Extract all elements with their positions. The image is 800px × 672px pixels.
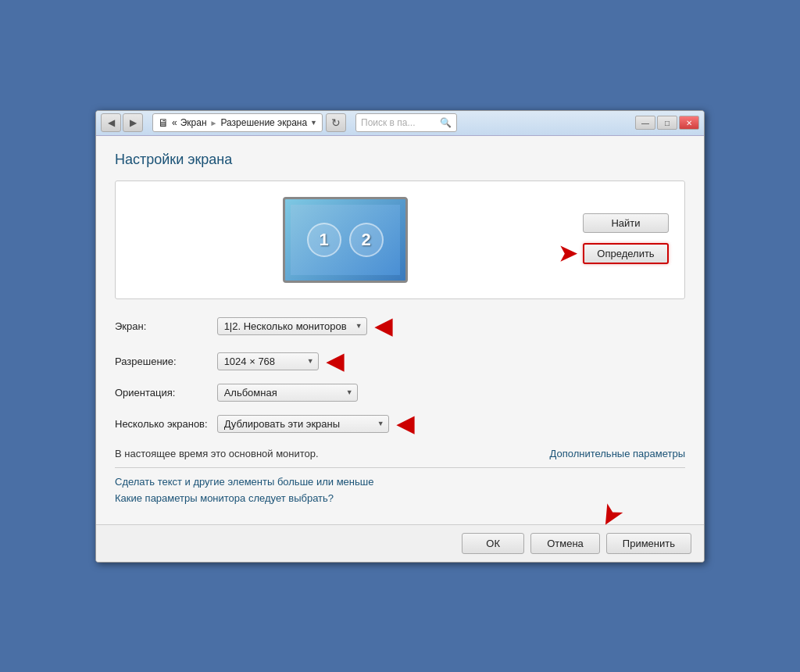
apply-button[interactable]: Применить bbox=[606, 533, 691, 554]
orientation-select-wrapper: Альбомная bbox=[217, 384, 358, 402]
monitor-number-2: 2 bbox=[349, 223, 384, 257]
maximize-button[interactable]: □ bbox=[657, 116, 677, 130]
search-icon: 🔍 bbox=[440, 117, 452, 128]
identify-button[interactable]: Определить bbox=[583, 243, 669, 264]
find-button[interactable]: Найти bbox=[583, 213, 669, 233]
breadcrumb-part1: « bbox=[172, 117, 177, 128]
address-box[interactable]: 🖥 « Экран ► Разрешение экрана ▼ bbox=[152, 113, 323, 132]
resolution-arrow: ◀ bbox=[327, 349, 344, 374]
orientation-select[interactable]: Альбомная bbox=[217, 384, 358, 402]
address-icon: 🖥 bbox=[158, 116, 169, 129]
monitor-params-link[interactable]: Какие параметры монитора следует выбрать… bbox=[115, 492, 685, 504]
cancel-button[interactable]: Отмена bbox=[530, 533, 600, 554]
screen-arrow: ◀ bbox=[375, 313, 392, 339]
multiscreen-arrow: ◀ bbox=[397, 411, 414, 437]
page-title: Настройки экрана bbox=[115, 152, 685, 168]
settings-grid: Экран: 1|2. Несколько мониторов ◀ Разреш… bbox=[115, 313, 685, 437]
monitor-screen: 1 2 bbox=[291, 205, 400, 275]
breadcrumb-arrow: ► bbox=[210, 119, 218, 127]
screen-label: Экран: bbox=[115, 320, 217, 332]
content-area: Настройки экрана 1 2 Найти bbox=[96, 136, 704, 524]
footer: ➤ ОК Отмена Применить bbox=[96, 524, 704, 562]
breadcrumb-part3: Разрешение экрана bbox=[220, 117, 307, 128]
search-box[interactable]: Поиск в па... 🔍 bbox=[355, 113, 457, 132]
multiscreen-row: Дублировать эти экраны ◀ bbox=[217, 411, 685, 437]
screen-select-wrapper: 1|2. Несколько мониторов bbox=[217, 317, 367, 335]
main-monitor-text: В настоящее время это основной монитор. bbox=[115, 448, 319, 459]
breadcrumb-part2: Экран bbox=[180, 117, 207, 128]
titlebar-controls: — □ ✕ bbox=[635, 116, 699, 130]
links-section: Сделать текст и другие элементы больше и… bbox=[115, 476, 685, 504]
monitor-image: 1 2 bbox=[283, 197, 408, 283]
screen-select[interactable]: 1|2. Несколько мониторов bbox=[217, 317, 367, 335]
monitor-number-1: 1 bbox=[307, 223, 341, 257]
search-placeholder: Поиск в па... bbox=[361, 117, 415, 128]
monitor-numbers: 1 2 bbox=[307, 223, 384, 257]
text-size-link[interactable]: Сделать текст и другие элементы больше и… bbox=[115, 476, 685, 488]
forward-button[interactable]: ▶ bbox=[123, 113, 143, 132]
resolution-select-wrapper: 1024 × 768 bbox=[217, 352, 319, 370]
resolution-label: Разрешение: bbox=[115, 356, 217, 367]
titlebar: ◀ ▶ 🖥 « Экран ► Разрешение экрана ▼ ↻ По… bbox=[96, 111, 704, 136]
minimize-button[interactable]: — bbox=[635, 116, 655, 130]
screen-row: 1|2. Несколько мониторов ◀ bbox=[217, 313, 685, 339]
advanced-link[interactable]: Дополнительные параметры bbox=[549, 448, 685, 459]
monitor-panel: 1 2 Найти ➤ Определить bbox=[115, 181, 685, 299]
resolution-row: 1024 × 768 ◀ bbox=[217, 349, 685, 374]
multiscreen-select[interactable]: Дублировать эти экраны bbox=[217, 415, 389, 433]
refresh-button[interactable]: ↻ bbox=[326, 113, 346, 132]
ok-button[interactable]: ОК bbox=[462, 533, 524, 554]
info-row: В настоящее время это основной монитор. … bbox=[115, 448, 685, 459]
titlebar-left: ◀ ▶ 🖥 « Экран ► Разрешение экрана ▼ ↻ По… bbox=[101, 113, 457, 132]
back-button[interactable]: ◀ bbox=[101, 113, 121, 132]
monitor-buttons: Найти ➤ Определить bbox=[559, 213, 669, 266]
resolution-select[interactable]: 1024 × 768 bbox=[217, 352, 319, 370]
address-bar: 🖥 « Экран ► Разрешение экрана ▼ ↻ bbox=[152, 113, 346, 132]
separator bbox=[115, 467, 685, 468]
close-button[interactable]: ✕ bbox=[679, 116, 699, 130]
info-section: В настоящее время это основной монитор. … bbox=[115, 448, 685, 459]
orientation-row: Альбомная bbox=[217, 384, 685, 402]
identify-arrow: ➤ bbox=[559, 241, 577, 266]
monitor-display: 1 2 bbox=[131, 197, 559, 283]
nav-buttons: ◀ ▶ bbox=[101, 113, 143, 132]
multiscreen-select-wrapper: Дублировать эти экраны bbox=[217, 415, 389, 433]
orientation-label: Ориентация: bbox=[115, 387, 217, 399]
multiscreen-label: Несколько экранов: bbox=[115, 418, 217, 430]
dropdown-arrow[interactable]: ▼ bbox=[310, 119, 317, 127]
main-window: ◀ ▶ 🖥 « Экран ► Разрешение экрана ▼ ↻ По… bbox=[95, 110, 705, 563]
